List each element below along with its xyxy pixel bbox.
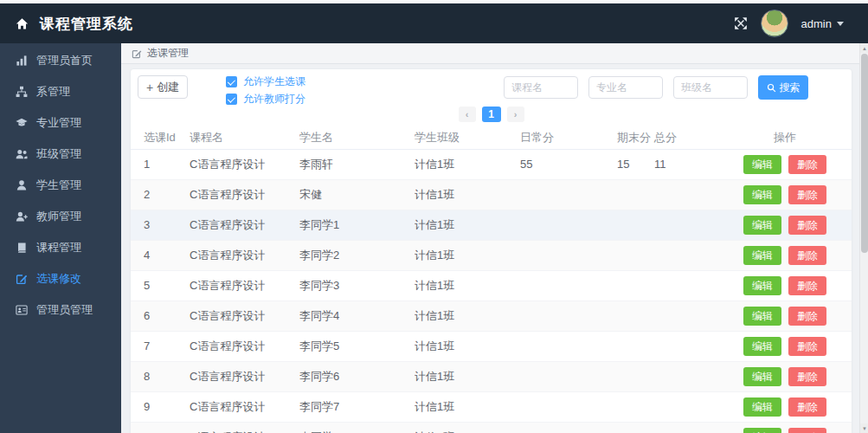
cell-id: 10 <box>131 422 190 433</box>
cell-class: 计信1班 <box>415 361 520 391</box>
column-header: 学生班级 <box>415 126 520 149</box>
create-button[interactable]: + 创建 <box>138 75 188 99</box>
graduation-cap-icon <box>16 117 28 129</box>
fullscreen-icon[interactable] <box>734 16 748 30</box>
cell-daily <box>520 361 617 391</box>
edit-button[interactable]: 编辑 <box>743 367 781 386</box>
major-name-input[interactable] <box>588 76 663 99</box>
cell-student: 李同学3 <box>299 270 415 301</box>
current-page-button[interactable]: 1 <box>482 107 501 122</box>
scrollbar[interactable]: ▲ ▼ <box>859 43 868 433</box>
cell-id: 7 <box>131 331 190 361</box>
cell-student: 李同学5 <box>299 331 415 361</box>
cell-student: 李同学6 <box>299 361 415 391</box>
edit-button[interactable]: 编辑 <box>743 428 781 433</box>
edit-button[interactable]: 编辑 <box>743 397 781 417</box>
cell-actions: 编辑删除 <box>730 301 852 331</box>
navbar-right: admin <box>734 10 844 37</box>
book-icon <box>16 242 28 254</box>
course-name-input[interactable] <box>504 76 578 99</box>
permission-checkboxes: 允许学生选课允许教师打分 <box>226 74 305 107</box>
class-name-input[interactable] <box>673 76 748 99</box>
cell-total <box>654 270 730 301</box>
sidebar-item-4[interactable]: 学生管理 <box>0 170 121 201</box>
edit-button[interactable]: 编辑 <box>743 337 781 356</box>
cell-course: C语言程序设计 <box>190 149 299 179</box>
sidebar-item-1[interactable]: 系管理 <box>0 76 121 107</box>
cell-daily: 55 <box>520 149 617 179</box>
cell-class: 计信1班 <box>415 301 520 331</box>
cell-id: 2 <box>131 179 190 210</box>
scroll-down-icon[interactable]: ▼ <box>860 423 868 433</box>
cell-class: 计信1班 <box>415 331 520 361</box>
cell-daily <box>520 210 617 240</box>
delete-button[interactable]: 删除 <box>788 337 826 356</box>
cell-total <box>654 179 730 210</box>
delete-button[interactable]: 删除 <box>788 185 826 204</box>
checkbox-0[interactable]: 允许学生选课 <box>226 74 305 89</box>
cell-course: C语言程序设计 <box>190 301 299 331</box>
cell-class: 计信1班 <box>415 210 520 240</box>
next-page-button[interactable]: › <box>507 107 524 122</box>
edit-button[interactable]: 编辑 <box>743 246 781 265</box>
cell-student: 李雨轩 <box>299 149 415 179</box>
users-icon <box>16 148 28 160</box>
sidebar-item-7[interactable]: 选课修改 <box>0 263 121 294</box>
sidebar-item-5[interactable]: 教师管理 <box>0 201 121 232</box>
sidebar-item-label: 管理员管理 <box>36 302 93 318</box>
cell-final <box>617 240 654 270</box>
cell-actions: 编辑删除 <box>730 210 852 240</box>
breadcrumb: 选课管理 <box>121 43 859 64</box>
cell-total <box>654 422 730 433</box>
table-row: 4C语言程序设计李同学2计信1班编辑删除 <box>131 240 852 270</box>
sidebar-item-8[interactable]: 管理员管理 <box>0 294 121 326</box>
sidebar-item-label: 系管理 <box>36 84 70 100</box>
delete-button[interactable]: 删除 <box>788 397 826 417</box>
edit-button[interactable]: 编辑 <box>743 185 781 204</box>
delete-button[interactable]: 删除 <box>788 428 826 433</box>
table-row: 9C语言程序设计李同学7计信1班编辑删除 <box>131 391 852 422</box>
edit-button[interactable]: 编辑 <box>743 276 781 295</box>
user-icon <box>16 179 28 191</box>
sidebar-item-label: 课程管理 <box>36 240 81 255</box>
checkbox-checked-icon[interactable] <box>226 76 237 87</box>
prev-page-button[interactable]: ‹ <box>459 107 476 122</box>
sidebar-item-2[interactable]: 专业管理 <box>0 107 121 139</box>
edit-button[interactable]: 编辑 <box>743 155 781 174</box>
delete-button[interactable]: 删除 <box>788 216 826 235</box>
cell-course: C语言程序设计 <box>190 422 299 433</box>
delete-button[interactable]: 删除 <box>788 246 826 265</box>
delete-button[interactable]: 删除 <box>788 307 826 326</box>
user-plus-icon <box>16 210 28 223</box>
sidebar-item-3[interactable]: 班级管理 <box>0 139 121 170</box>
delete-button[interactable]: 删除 <box>788 276 826 295</box>
cell-daily <box>520 240 617 270</box>
delete-button[interactable]: 删除 <box>788 367 826 386</box>
table-row: 7C语言程序设计李同学5计信1班编辑删除 <box>131 331 852 361</box>
search-button[interactable]: 搜索 <box>758 75 808 100</box>
sitemap-icon <box>16 86 28 98</box>
checkbox-checked-icon[interactable] <box>226 94 237 105</box>
checkbox-1[interactable]: 允许教师打分 <box>226 92 305 107</box>
scrollbar-thumb[interactable] <box>861 54 868 253</box>
table-row: 2C语言程序设计宋健计信1班编辑删除 <box>131 179 852 210</box>
sidebar-item-0[interactable]: 管理员首页 <box>0 45 121 76</box>
delete-button[interactable]: 删除 <box>788 155 826 174</box>
cell-course: C语言程序设计 <box>190 391 299 422</box>
sidebar-item-6[interactable]: 课程管理 <box>0 232 121 263</box>
user-menu[interactable]: admin <box>801 17 844 30</box>
user-name: admin <box>801 17 832 30</box>
column-header: 操作 <box>730 126 852 149</box>
scroll-up-icon[interactable]: ▲ <box>860 43 868 53</box>
table-header-row: 选课Id课程名学生名学生班级日常分期末分总分操作 <box>131 126 852 149</box>
home-icon[interactable] <box>16 17 29 30</box>
user-avatar[interactable] <box>761 10 788 37</box>
cell-course: C语言程序设计 <box>190 179 299 210</box>
cell-actions: 编辑删除 <box>730 391 852 422</box>
cell-id: 8 <box>131 361 190 391</box>
caret-down-icon <box>837 22 844 26</box>
plus-icon: + <box>146 81 153 94</box>
edit-button[interactable]: 编辑 <box>743 216 781 235</box>
table-row: 3C语言程序设计李同学1计信1班编辑删除 <box>131 210 852 240</box>
edit-button[interactable]: 编辑 <box>743 307 781 326</box>
